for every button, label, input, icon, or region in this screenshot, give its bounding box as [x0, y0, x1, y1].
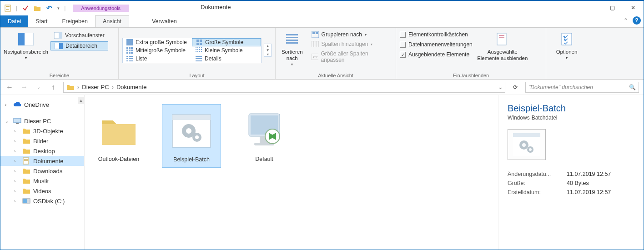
chevron-right-icon[interactable]: ›	[77, 84, 79, 90]
svg-rect-64	[24, 160, 28, 161]
layout-medium[interactable]: Mittelgroße Symbole	[123, 46, 192, 55]
file-item-beispiel-batch[interactable]: Beispiel-Batch	[162, 104, 221, 168]
chevron-right-icon[interactable]: ›	[14, 139, 20, 144]
tree-item-musik[interactable]: ›Musik	[0, 176, 84, 186]
svg-rect-18	[126, 50, 128, 51]
chevron-right-icon[interactable]: ›	[14, 169, 20, 174]
help-icon[interactable]: ?	[633, 16, 641, 25]
layout-extralarge[interactable]: Extra große Symbole	[123, 38, 192, 46]
svg-rect-34	[199, 51, 200, 52]
svg-rect-48	[286, 42, 298, 44]
svg-rect-2	[6, 8, 10, 8]
list-icon	[126, 55, 133, 62]
qat-separator: |	[64, 5, 65, 11]
properties-icon[interactable]	[22, 5, 29, 12]
detail-value: 11.07.2019 12:57	[567, 189, 611, 195]
details-subtitle: Windows-Batchdatei	[508, 115, 634, 121]
preview-pane-button[interactable]: Vorschaufenster	[50, 31, 108, 40]
svg-rect-11	[196, 40, 199, 42]
chevron-right-icon[interactable]: ›	[14, 179, 20, 184]
qat-dropdown-icon[interactable]: ▾	[57, 6, 60, 10]
hide-selected-button[interactable]: Ausgewählte Elemente ausblenden	[475, 30, 530, 63]
add-columns-icon	[312, 41, 319, 47]
svg-rect-66	[23, 199, 27, 203]
tree-this-pc[interactable]: ⌄ Dieser PC	[0, 116, 84, 126]
layout-details[interactable]: Details	[192, 55, 261, 63]
search-input[interactable]: "Dokumente" durchsuchen 🔍	[525, 82, 639, 93]
svg-rect-28	[196, 49, 196, 50]
quick-access-toolbar: | ↶ ▾ |	[0, 1, 69, 15]
chevron-right-icon[interactable]: ›	[5, 102, 10, 107]
sort-by-button[interactable]: Sortieren nach▾	[279, 30, 305, 70]
nav-history-button[interactable]: ⌄	[34, 85, 43, 90]
tab-file[interactable]: Datei	[0, 15, 28, 27]
tab-share[interactable]: Freigeben	[55, 15, 95, 27]
breadcrumb[interactable]: › Dieser PC › Dokumente ⌄	[63, 82, 505, 93]
svg-rect-21	[126, 52, 128, 54]
chevron-right-icon[interactable]: ›	[112, 84, 114, 90]
breadcrumb-pc[interactable]: Dieser PC	[82, 84, 109, 90]
svg-rect-44	[196, 60, 202, 61]
tab-view[interactable]: Ansicht	[95, 15, 129, 27]
svg-rect-13	[196, 43, 199, 45]
tree-item-label: OSDisk (C:)	[33, 198, 65, 205]
tree-item-dokumente[interactable]: ›Dokumente	[0, 156, 84, 166]
svg-rect-60	[14, 118, 21, 123]
group-by-button[interactable]: Gruppieren nach▾	[308, 30, 392, 39]
layout-list[interactable]: Liste	[123, 55, 192, 63]
chevron-right-icon[interactable]: ›	[14, 159, 20, 164]
layout-large[interactable]: Große Symbole	[192, 38, 261, 46]
new-folder-icon[interactable]	[34, 5, 41, 12]
refresh-button[interactable]: ⟳	[511, 84, 520, 90]
tree-item-desktop[interactable]: ›Desktop	[0, 146, 84, 156]
folder-icon	[66, 84, 75, 91]
detail-row: Erstelldatum:11.07.2019 12:57	[508, 189, 634, 195]
svg-rect-61	[16, 123, 19, 124]
chevron-right-icon[interactable]: ›	[14, 149, 20, 154]
checkbox-checked-icon: ✓	[400, 52, 406, 58]
svg-rect-3	[6, 9, 9, 10]
tree-item-downloads[interactable]: ›Downloads	[0, 166, 84, 176]
chevron-down-icon[interactable]: ⌄	[5, 119, 10, 124]
details-preview	[508, 129, 546, 160]
collapse-ribbon-icon[interactable]: ⌃	[624, 17, 628, 24]
chevron-right-icon[interactable]: ›	[14, 189, 20, 194]
fit-columns-button: Größe aller Spalten anpassen	[308, 50, 392, 64]
chevron-right-icon[interactable]: ›	[14, 129, 20, 134]
close-button[interactable]: ✕	[623, 1, 644, 15]
svg-rect-32	[196, 51, 196, 52]
item-checkboxes-toggle[interactable]: Elementkontrollkästchen	[400, 30, 473, 39]
options-button[interactable]: Optionen▾	[551, 30, 583, 63]
minimize-button[interactable]: —	[581, 1, 602, 15]
navigation-pane-button[interactable]: Navigationsbereich▾	[4, 30, 48, 63]
undo-icon[interactable]: ↶	[45, 5, 53, 12]
tree-item-osdisk-c-[interactable]: ›OSDisk (C:)	[0, 196, 84, 206]
tree-item-label: Dokumente	[33, 158, 63, 165]
breadcrumb-location[interactable]: Dokumente	[116, 84, 146, 90]
file-item-outlook-dateien[interactable]: Outlook-Dateien	[89, 104, 148, 167]
svg-point-70	[186, 128, 191, 134]
scrollbar-up-icon[interactable]: ▲	[78, 97, 84, 104]
tree-item-3d-objekte[interactable]: ›3D-Objekte	[0, 126, 84, 136]
layout-small[interactable]: Kleine Symbole	[192, 46, 261, 55]
tree-item-bilder[interactable]: ›Bilder	[0, 136, 84, 146]
svg-rect-50	[312, 32, 315, 34]
layout-scroll[interactable]: ▲▼▾	[264, 44, 272, 57]
tree-item-videos[interactable]: ›Videos	[0, 186, 84, 196]
tab-manage[interactable]: Verwalten	[145, 15, 184, 27]
tab-start[interactable]: Start	[28, 15, 55, 27]
maximize-button[interactable]: ▢	[602, 1, 623, 15]
hide-icon	[495, 31, 510, 47]
file-item-default[interactable]: Default	[235, 104, 294, 167]
group-by-icon	[312, 31, 319, 38]
file-extensions-toggle[interactable]: Dateinamenerweiterungen	[400, 40, 473, 49]
breadcrumb-dropdown-icon[interactable]: ⌄	[498, 84, 503, 90]
svg-rect-16	[129, 47, 131, 49]
chevron-right-icon[interactable]: ›	[14, 199, 20, 204]
detail-pane-button[interactable]: Detailbereich	[50, 41, 108, 50]
nav-up-button[interactable]: ↑	[49, 83, 58, 91]
medium-icon	[126, 47, 133, 54]
tree-onedrive[interactable]: › OneDrive	[0, 100, 84, 110]
hidden-items-toggle[interactable]: ✓Ausgeblendete Elemente	[400, 50, 473, 59]
nav-back-button[interactable]: ←	[5, 83, 14, 91]
